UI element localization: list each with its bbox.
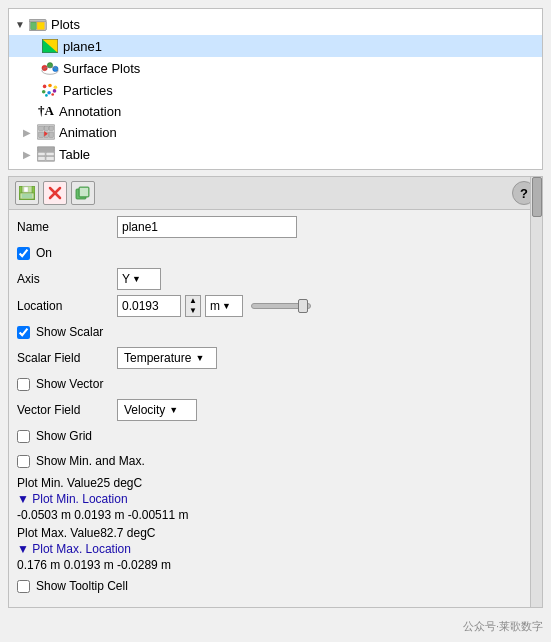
tree-label-table: Table (59, 147, 90, 162)
location-slider-thumb[interactable] (298, 299, 308, 313)
plot-max-label: Plot Max. Value82.7 degC (17, 526, 534, 540)
tree-item-particles[interactable]: Particles (9, 79, 542, 101)
scrollbar-track[interactable] (530, 177, 542, 607)
svg-rect-20 (39, 127, 44, 131)
tree-item-table[interactable]: ▶ Table (9, 143, 542, 165)
delete-icon (48, 186, 62, 200)
svg-rect-42 (80, 188, 88, 196)
name-input[interactable] (117, 216, 297, 238)
axis-dropdown-arrow: ▼ (132, 274, 141, 284)
scalar-field-select[interactable]: Temperature ▼ (117, 347, 217, 369)
scalar-field-label: Scalar Field (17, 351, 117, 365)
plot-min-coords: -0.0503 m 0.0193 m -0.00511 m (17, 508, 534, 522)
surface-plots-icon (41, 59, 59, 77)
svg-point-17 (45, 94, 48, 97)
svg-point-16 (53, 89, 57, 93)
watermark: 公众号·莱歌数字 (463, 619, 543, 634)
svg-rect-29 (38, 152, 45, 156)
tree-label-plane1: plane1 (63, 39, 102, 54)
svg-rect-2 (31, 22, 36, 29)
scalar-field-value: Temperature (124, 351, 191, 365)
show-tooltip-label: Show Tooltip Cell (36, 579, 128, 593)
unit-dropdown-arrow: ▼ (222, 301, 231, 311)
expand-arrow-animation[interactable]: ▶ (23, 127, 37, 138)
tree-label-animation: Animation (59, 125, 117, 140)
plot-max-coords: 0.176 m 0.0193 m -0.0289 m (17, 558, 534, 572)
scrollbar-thumb[interactable] (532, 177, 542, 217)
svg-rect-32 (46, 157, 54, 161)
axis-select[interactable]: Y ▼ (117, 268, 161, 290)
show-grid-checkbox[interactable] (17, 430, 30, 443)
plot-max-section: Plot Max. Value82.7 degC ▼ Plot Max. Loc… (17, 526, 534, 572)
axis-row: Axis Y ▼ (17, 268, 534, 290)
plot-min-label: Plot Min. Value25 degC (17, 476, 534, 490)
show-min-max-checkbox[interactable] (17, 455, 30, 468)
plot-min-section: Plot Min. Value25 degC ▼ Plot Min. Locat… (17, 476, 534, 522)
location-increment[interactable]: ▲ (186, 296, 200, 306)
svg-rect-37 (22, 194, 32, 198)
expand-arrow-table[interactable]: ▶ (23, 149, 37, 160)
location-slider-track[interactable] (251, 303, 311, 309)
plots-icon (29, 15, 47, 33)
properties-panel: ? Name On Axis Y ▼ Location (8, 176, 543, 608)
tree-item-plots[interactable]: ▼ Plots (9, 13, 542, 35)
location-row: Location ▲ ▼ m ▼ (17, 295, 534, 317)
vector-field-arrow: ▼ (169, 405, 178, 415)
show-vector-checkbox[interactable] (17, 378, 30, 391)
svg-point-15 (47, 91, 51, 95)
show-vector-row: Show Vector (17, 374, 534, 394)
show-scalar-label: Show Scalar (36, 325, 103, 339)
show-scalar-row: Show Scalar (17, 322, 534, 342)
show-vector-label: Show Vector (36, 377, 103, 391)
copy-icon (75, 186, 91, 200)
on-label: On (36, 246, 52, 260)
tree-item-surface-plots[interactable]: Surface Plots (9, 57, 542, 79)
tree-item-plane1[interactable]: plane1 (9, 35, 542, 57)
location-label: Location (17, 299, 117, 313)
svg-rect-23 (39, 132, 44, 137)
svg-rect-35 (24, 187, 28, 192)
plane1-icon (41, 37, 59, 55)
copy-button[interactable] (71, 181, 95, 205)
save-icon (19, 186, 35, 200)
show-scalar-checkbox[interactable] (17, 326, 30, 339)
save-button[interactable] (15, 181, 39, 205)
tree-label-annotation: Annotation (59, 104, 121, 119)
animation-icon (37, 123, 55, 141)
show-tooltip-checkbox[interactable] (17, 580, 30, 593)
plot-max-location-link[interactable]: ▼ Plot Max. Location (17, 542, 534, 556)
tree-item-animation[interactable]: ▶ Animation (9, 121, 542, 143)
svg-rect-31 (38, 157, 45, 161)
vector-field-select[interactable]: Velocity ▼ (117, 399, 197, 421)
vector-field-label: Vector Field (17, 403, 117, 417)
svg-point-12 (48, 84, 52, 88)
location-spinner: ▲ ▼ (185, 295, 201, 317)
table-icon (37, 145, 55, 163)
on-row: On (17, 243, 534, 263)
svg-point-13 (54, 86, 58, 90)
tree-label-plots: Plots (51, 17, 80, 32)
axis-label: Axis (17, 272, 117, 286)
tree-label-surface-plots: Surface Plots (63, 61, 140, 76)
svg-rect-3 (37, 22, 44, 29)
svg-point-14 (42, 90, 46, 94)
show-grid-row: Show Grid (17, 426, 534, 446)
expand-arrow-plots[interactable]: ▼ (15, 19, 29, 30)
svg-rect-28 (38, 148, 54, 152)
vector-field-row: Vector Field Velocity ▼ (17, 399, 534, 421)
on-checkbox[interactable] (17, 247, 30, 260)
tree-item-annotation[interactable]: †A Annotation (9, 101, 542, 121)
show-tooltip-row: Show Tooltip Cell (17, 576, 534, 596)
name-label: Name (17, 220, 117, 234)
location-controls: ▲ ▼ m ▼ (117, 295, 311, 317)
delete-button[interactable] (43, 181, 67, 205)
particles-icon (41, 81, 59, 99)
svg-rect-22 (50, 127, 54, 131)
location-decrement[interactable]: ▼ (186, 306, 200, 316)
unit-value: m (210, 299, 220, 313)
location-input[interactable] (117, 295, 181, 317)
plot-min-location-label: ▼ Plot Min. Location (17, 492, 128, 506)
unit-select[interactable]: m ▼ (205, 295, 243, 317)
plot-min-location-link[interactable]: ▼ Plot Min. Location (17, 492, 534, 506)
svg-rect-21 (44, 127, 49, 131)
